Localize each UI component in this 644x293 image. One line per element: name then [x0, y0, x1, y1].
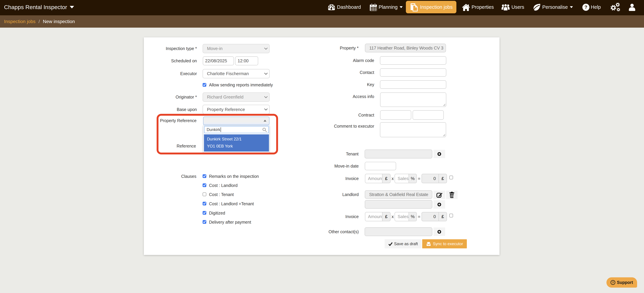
- svg-text:?: ?: [584, 4, 587, 10]
- svg-text:?: ?: [612, 281, 614, 284]
